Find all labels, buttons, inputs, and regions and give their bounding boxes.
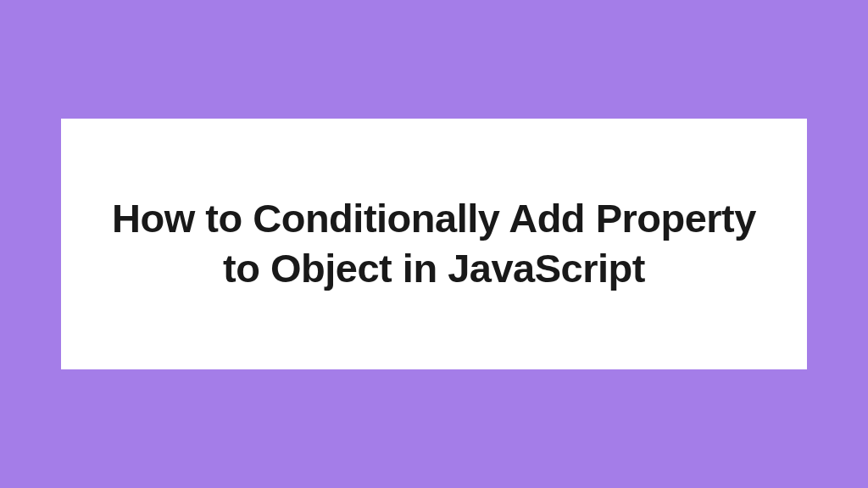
- title-card: How to Conditionally Add Property to Obj…: [61, 119, 807, 369]
- page-title: How to Conditionally Add Property to Obj…: [95, 194, 773, 294]
